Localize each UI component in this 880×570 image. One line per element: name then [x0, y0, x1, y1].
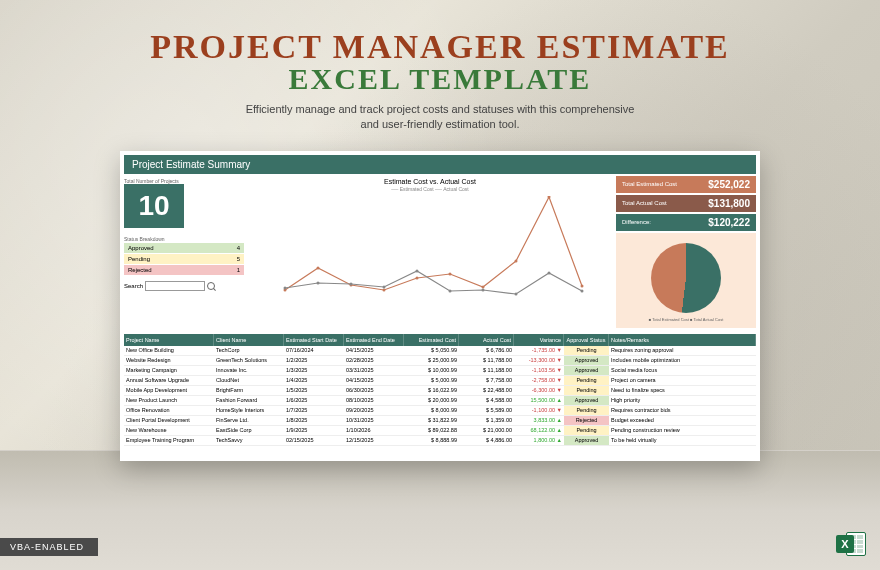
- cell-est-cost: $ 8,888.99: [404, 436, 459, 445]
- cell-start: 07/16/2024: [284, 346, 344, 355]
- th-variance: Variance: [514, 334, 564, 346]
- cell-notes: Budget exceeded: [609, 416, 756, 425]
- cell-est-cost: $ 8,000.99: [404, 406, 459, 415]
- cell-end: 03/31/2025: [344, 366, 404, 375]
- cell-est-cost: $ 5,000.99: [404, 376, 459, 385]
- th-client: Client Name: [214, 334, 284, 346]
- cell-act-cost: $ 5,589.00: [459, 406, 514, 415]
- th-project: Project Name: [124, 334, 214, 346]
- cell-est-cost: $ 25,000.99: [404, 356, 459, 365]
- kpi-panel: Total Estimated Cost$252,022 Total Actua…: [616, 176, 756, 328]
- kpi-label: Total Actual Cost: [622, 200, 667, 206]
- cell-client: TechCorp: [214, 346, 284, 355]
- kpi-label: Total Estimated Cost: [622, 181, 677, 187]
- cell-status: Pending: [564, 386, 609, 395]
- kpi-difference: Difference:$120,222: [616, 214, 756, 231]
- search-icon[interactable]: [207, 282, 215, 290]
- cell-end: 1/10/2026: [344, 426, 404, 435]
- svg-point-13: [383, 285, 386, 288]
- cell-status: Pending: [564, 346, 609, 355]
- cell-notes: Pending construction review: [609, 426, 756, 435]
- cell-status: Pending: [564, 406, 609, 415]
- cell-variance: -1,100.00 ▼: [514, 406, 564, 415]
- chart-title: Estimate Cost vs. Actual Cost: [248, 178, 612, 185]
- cell-act-cost: $ 1,359.00: [459, 416, 514, 425]
- cell-start: 1/3/2025: [284, 366, 344, 375]
- cell-client: Fashion Forward: [214, 396, 284, 405]
- search-row: Search: [124, 281, 244, 291]
- table-row: Client Portal DevelopmentFinServe Ltd.1/…: [124, 416, 756, 426]
- cell-project: Client Portal Development: [124, 416, 214, 425]
- cell-est-cost: $ 10,000.99: [404, 366, 459, 375]
- cell-project: New Product Launch: [124, 396, 214, 405]
- cell-variance: -1,103.56 ▼: [514, 366, 564, 375]
- svg-point-18: [548, 271, 551, 274]
- cell-notes: High priority: [609, 396, 756, 405]
- summary-left-panel: Total Number of Projects 10 Status Break…: [124, 176, 244, 328]
- cell-project: Mobile App Development: [124, 386, 214, 395]
- cell-client: GreenTech Solutions: [214, 356, 284, 365]
- svg-point-6: [482, 285, 485, 288]
- vba-enabled-badge: VBA-ENABLED: [0, 538, 98, 556]
- svg-point-3: [383, 288, 386, 291]
- cell-act-cost: $ 11,788.00: [459, 356, 514, 365]
- cell-notes: Need to finalize specs: [609, 386, 756, 395]
- kpi-value: $252,022: [708, 179, 750, 190]
- cell-end: 12/15/2025: [344, 436, 404, 445]
- cell-end: 04/15/2025: [344, 346, 404, 355]
- cell-client: Innovate Inc.: [214, 366, 284, 375]
- projects-table: Project Name Client Name Estimated Start…: [124, 334, 756, 446]
- cell-variance: -13,300.00 ▼: [514, 356, 564, 365]
- th-end: Estimated End Date: [344, 334, 404, 346]
- line-chart: [248, 196, 612, 296]
- table-row: New WarehouseEastSide Corp1/9/20251/10/2…: [124, 426, 756, 436]
- cell-start: 1/2/2025: [284, 356, 344, 365]
- table-row: New Office BuildingTechCorp07/16/202404/…: [124, 346, 756, 356]
- cell-start: 02/15/2025: [284, 436, 344, 445]
- cell-variance: 1,800.00 ▲: [514, 436, 564, 445]
- cell-notes: Includes mobile optimization: [609, 356, 756, 365]
- cell-act-cost: $ 7,758.00: [459, 376, 514, 385]
- svg-point-19: [581, 289, 584, 292]
- cell-project: New Office Building: [124, 346, 214, 355]
- cell-est-cost: $ 31,822.99: [404, 416, 459, 425]
- svg-point-14: [416, 269, 419, 272]
- chart-panel: Estimate Cost vs. Actual Cost ── Estimat…: [248, 176, 612, 328]
- search-input[interactable]: [145, 281, 205, 291]
- cell-status: Approved: [564, 366, 609, 375]
- cell-project: Annual Software Upgrade: [124, 376, 214, 385]
- cell-variance: -2,758.00 ▼: [514, 376, 564, 385]
- cell-act-cost: $ 6,786.00: [459, 346, 514, 355]
- status-breakdown-label: Status Breakdown: [124, 236, 244, 242]
- cell-est-cost: $ 5,050.99: [404, 346, 459, 355]
- table-row: New Product LaunchFashion Forward1/6/202…: [124, 396, 756, 406]
- svg-point-4: [416, 276, 419, 279]
- table-row: Employee Training ProgramTechSavvy02/15/…: [124, 436, 756, 446]
- table-row: Mobile App DevelopmentBrightFarm1/5/2025…: [124, 386, 756, 396]
- excel-icon: X: [836, 530, 866, 558]
- cell-notes: Project on camera: [609, 376, 756, 385]
- cell-start: 1/4/2025: [284, 376, 344, 385]
- cell-start: 1/5/2025: [284, 386, 344, 395]
- status-row-rejected: Rejected1: [124, 265, 244, 275]
- subtitle: Efficiently manage and track project cos…: [0, 102, 880, 133]
- svg-point-12: [350, 282, 353, 285]
- status-count: 1: [237, 267, 240, 273]
- cell-act-cost: $ 11,188.00: [459, 366, 514, 375]
- svg-point-17: [515, 292, 518, 295]
- th-status: Approval Status: [564, 334, 609, 346]
- cell-project: Website Redesign: [124, 356, 214, 365]
- th-notes: Notes/Remarks: [609, 334, 756, 346]
- chart-legend: ── Estimated Cost ── Actual Cost: [248, 186, 612, 192]
- kpi-value: $131,800: [708, 198, 750, 209]
- svg-point-10: [284, 286, 287, 289]
- cell-variance: 68,122.00 ▲: [514, 426, 564, 435]
- cell-variance: -1,735.00 ▼: [514, 346, 564, 355]
- cell-status: Pending: [564, 376, 609, 385]
- cell-project: Marketing Campaign: [124, 366, 214, 375]
- svg-point-9: [581, 284, 584, 287]
- cell-act-cost: $ 4,588.00: [459, 396, 514, 405]
- kpi-estimated: Total Estimated Cost$252,022: [616, 176, 756, 193]
- excel-x: X: [836, 535, 854, 553]
- cell-project: Employee Training Program: [124, 436, 214, 445]
